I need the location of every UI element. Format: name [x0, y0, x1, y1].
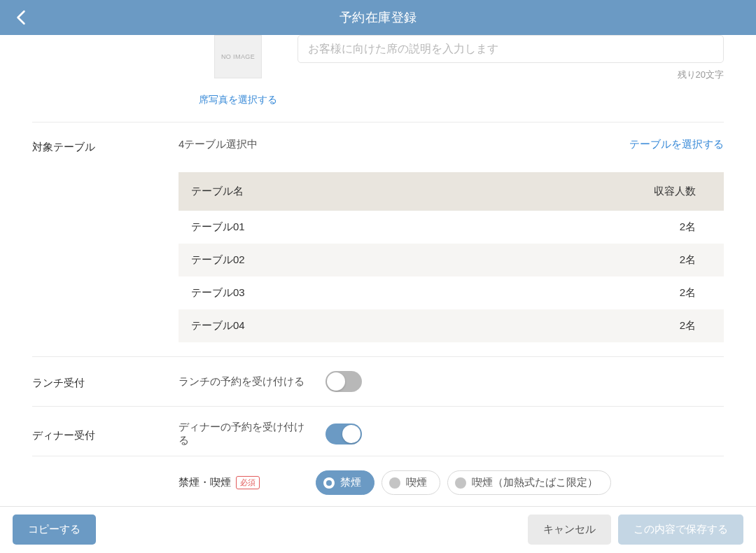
smoking-row: 禁煙・喫煙 必須 禁煙 喫煙 喫煙（加熱式たばこ限定）: [178, 456, 724, 499]
table-name-cell: テーブル03: [191, 286, 245, 300]
radio-icon: [323, 477, 335, 489]
select-photo-link[interactable]: 席写真を選択する: [199, 94, 277, 106]
toggle-knob: [327, 372, 345, 391]
dinner-label: ディナー受付: [32, 426, 178, 442]
smoking-option-no-label: 禁煙: [340, 476, 361, 489]
copy-button[interactable]: コピーする: [13, 514, 96, 545]
tables-summary-row: 4テーブル選択中 テーブルを選択する: [178, 138, 724, 151]
table-capacity-cell: 2名: [680, 286, 711, 300]
lunch-label: ランチ受付: [32, 374, 178, 390]
smoking-options: 禁煙 喫煙 喫煙（加熱式たばこ限定）: [316, 470, 611, 495]
no-image-placeholder: NO IMAGE: [214, 35, 262, 78]
table-header-name: テーブル名: [191, 185, 244, 198]
smoking-option-yes[interactable]: 喫煙: [382, 470, 440, 495]
table-name-cell: テーブル01: [191, 220, 245, 234]
photo-section: NO IMAGE 席写真を選択する 残り20文字: [32, 35, 724, 122]
table-row: テーブル04 2名: [178, 309, 724, 342]
lunch-content: ランチの予約を受け付ける: [178, 371, 724, 392]
select-tables-link[interactable]: テーブルを選択する: [629, 138, 724, 151]
char-remaining-text: 残り20文字: [298, 69, 724, 81]
table-name-cell: テーブル02: [191, 253, 245, 267]
table-capacity-cell: 2名: [680, 253, 711, 267]
photo-column: NO IMAGE 席写真を選択する: [202, 35, 274, 106]
dinner-toggle[interactable]: [326, 424, 362, 444]
tables-selected-count: 4テーブル選択中: [178, 138, 258, 151]
required-badge: 必須: [236, 476, 260, 489]
table-row: テーブル01 2名: [178, 211, 724, 244]
dinner-toggle-text: ディナーの予約を受け付ける: [178, 421, 312, 447]
tables-grid: テーブル名 収容人数 テーブル01 2名 テーブル02 2名 テーブル03 2名…: [178, 172, 724, 342]
description-column: 残り20文字: [298, 35, 724, 81]
radio-icon: [389, 477, 400, 489]
tables-section: 対象テーブル 4テーブル選択中 テーブルを選択する テーブル名 収容人数 テーブ…: [32, 122, 724, 357]
smoking-option-heated-label: 喫煙（加熱式たばこ限定）: [472, 476, 598, 489]
smoking-option-no[interactable]: 禁煙: [316, 470, 374, 495]
page-title: 予約在庫登録: [340, 9, 417, 26]
footer-bar: コピーする キャンセル この内容で保存する: [0, 506, 756, 553]
table-row: テーブル02 2名: [178, 244, 724, 276]
back-button[interactable]: [15, 10, 27, 25]
table-capacity-cell: 2名: [680, 319, 711, 332]
smoking-label-group: 禁煙・喫煙 必須: [178, 476, 260, 489]
smoking-label: 禁煙・喫煙: [178, 476, 231, 489]
lunch-toggle[interactable]: [326, 371, 362, 392]
table-name-cell: テーブル04: [191, 319, 245, 332]
table-header-capacity: 収容人数: [654, 185, 711, 198]
table-capacity-cell: 2名: [680, 220, 711, 234]
lunch-toggle-text: ランチの予約を受け付ける: [178, 375, 312, 388]
cancel-button[interactable]: キャンセル: [528, 514, 611, 545]
dinner-section: ディナー受付 ディナーの予約を受け付ける 禁煙・喫煙 必須 禁煙: [32, 407, 724, 506]
smoking-option-yes-label: 喫煙: [406, 476, 427, 489]
table-row: テーブル03 2名: [178, 276, 724, 309]
app-header: 予約在庫登録: [0, 0, 756, 35]
save-button[interactable]: この内容で保存する: [618, 514, 743, 545]
table-header-row: テーブル名 収容人数: [178, 172, 724, 211]
smoking-label-spacer: [32, 456, 178, 499]
content-area: NO IMAGE 席写真を選択する 残り20文字 対象テーブル 4テーブル選択中…: [0, 35, 756, 506]
seat-description-input[interactable]: [298, 35, 724, 63]
radio-icon: [455, 477, 466, 489]
dinner-content: ディナーの予約を受け付ける: [178, 421, 724, 447]
tables-label: 対象テーブル: [32, 138, 178, 342]
chevron-left-icon: [15, 10, 27, 25]
tables-content: 4テーブル選択中 テーブルを選択する テーブル名 収容人数 テーブル01 2名 …: [178, 138, 724, 342]
lunch-section: ランチ受付 ランチの予約を受け付ける: [32, 357, 724, 407]
smoking-option-heated[interactable]: 喫煙（加熱式たばこ限定）: [447, 470, 611, 495]
toggle-knob: [342, 425, 360, 443]
footer-right-group: キャンセル この内容で保存する: [528, 514, 743, 545]
